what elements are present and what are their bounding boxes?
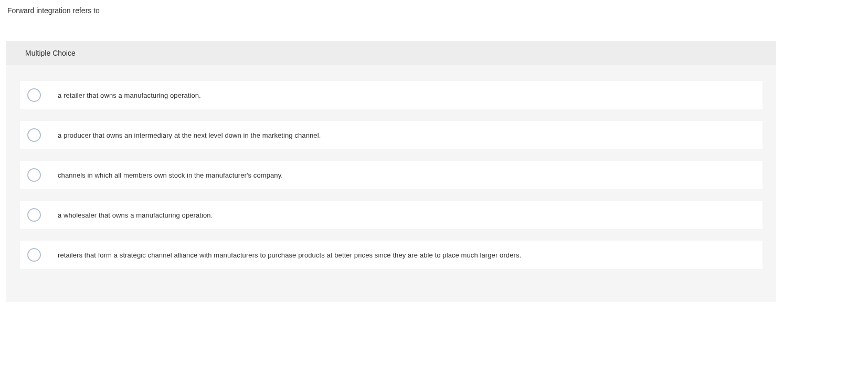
option-text: retailers that form a strategic channel … (58, 251, 521, 259)
options-area: a retailer that owns a manufacturing ope… (6, 65, 776, 269)
option-text: a wholesaler that owns a manufacturing o… (58, 211, 213, 219)
radio-icon[interactable] (27, 208, 41, 222)
multiple-choice-panel: Multiple Choice a retailer that owns a m… (6, 41, 776, 302)
radio-icon[interactable] (27, 168, 41, 182)
option-text: channels in which all members own stock … (58, 171, 283, 179)
radio-icon[interactable] (27, 248, 41, 262)
mc-header: Multiple Choice (6, 41, 776, 65)
option-row[interactable]: retailers that form a strategic channel … (20, 241, 763, 269)
radio-icon[interactable] (27, 88, 41, 102)
option-text: a producer that owns an intermediary at … (58, 131, 321, 139)
option-row[interactable]: a retailer that owns a manufacturing ope… (20, 81, 763, 109)
radio-icon[interactable] (27, 128, 41, 142)
option-row[interactable]: channels in which all members own stock … (20, 161, 763, 189)
question-text: Forward integration refers to (7, 6, 862, 15)
question-container: Forward integration refers to Multiple C… (0, 0, 868, 308)
option-text: a retailer that owns a manufacturing ope… (58, 91, 201, 99)
option-row[interactable]: a wholesaler that owns a manufacturing o… (20, 201, 763, 229)
option-row[interactable]: a producer that owns an intermediary at … (20, 121, 763, 149)
